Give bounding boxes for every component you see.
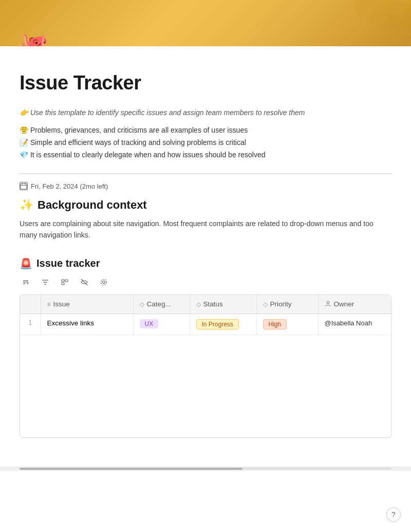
sort-button[interactable] bbox=[20, 277, 32, 287]
owner-col-icon bbox=[325, 300, 331, 308]
table-row: 1 Excessive links UX In Progress High @I… bbox=[20, 314, 391, 335]
bullet-item-2: 📝 Simple and efficient ways of tracking … bbox=[20, 138, 391, 146]
col-issue[interactable]: ≡ Issue bbox=[41, 295, 133, 314]
priority-col-icon: ◇ bbox=[263, 301, 268, 308]
settings-button[interactable] bbox=[98, 277, 110, 287]
hide-button[interactable] bbox=[78, 277, 90, 287]
date-row: Fri, Feb 2, 2024 (2mo left) bbox=[20, 182, 391, 190]
tracker-heading-text: Issue tracker bbox=[36, 258, 100, 269]
table-header-row: ≡ Issue ◇ Categ... ◇ bbox=[20, 295, 391, 314]
col-priority-label: Priority bbox=[270, 300, 292, 308]
row-status[interactable]: In Progress bbox=[190, 314, 256, 335]
row-category[interactable]: UX bbox=[133, 314, 190, 335]
scrollbar-track bbox=[20, 468, 391, 470]
divider bbox=[20, 173, 391, 174]
owner-name: @Isabella Noah bbox=[325, 319, 372, 327]
date-label: Fri, Feb 2, 2024 (2mo left) bbox=[31, 182, 108, 190]
background-description: Users are complaining about site navigat… bbox=[20, 218, 391, 241]
empty-cell bbox=[20, 335, 391, 437]
row-priority[interactable]: High bbox=[256, 314, 318, 335]
scrollbar-thumb bbox=[20, 468, 242, 470]
background-heading: ✨ Background context bbox=[20, 198, 391, 212]
svg-line-16 bbox=[81, 279, 87, 285]
col-category[interactable]: ◇ Categ... bbox=[133, 295, 190, 314]
svg-point-18 bbox=[101, 279, 107, 285]
tracker-heading: 🚨 Issue tracker bbox=[20, 258, 391, 270]
issues-table-wrapper: ≡ Issue ◇ Categ... ◇ bbox=[20, 295, 391, 438]
row-num: 1 bbox=[20, 314, 41, 335]
bullet-list: 😤 Problems, grievances, and criticisms a… bbox=[20, 126, 391, 159]
table-toolbar bbox=[20, 275, 391, 289]
group-button[interactable] bbox=[59, 277, 71, 287]
app-icon: 🐙 bbox=[20, 31, 50, 46]
page-title: Issue Tracker bbox=[20, 72, 391, 94]
header-banner: 🐙 bbox=[0, 0, 411, 46]
category-tag: UX bbox=[140, 319, 159, 328]
filter-button[interactable] bbox=[39, 277, 51, 287]
content-area: Issue Tracker 👉 Use this template to ide… bbox=[0, 46, 411, 467]
bullet-item-3: 💎 It is essential to clearly delegate wh… bbox=[20, 151, 391, 159]
svg-point-17 bbox=[103, 281, 105, 283]
tracker-icon: 🚨 bbox=[20, 258, 32, 270]
col-owner[interactable]: Owner bbox=[318, 295, 391, 314]
background-heading-text: Background context bbox=[38, 198, 147, 212]
cat-col-icon: ◇ bbox=[140, 301, 144, 308]
row-owner[interactable]: @Isabella Noah bbox=[318, 314, 391, 335]
issue-tracker-section: 🚨 Issue tracker bbox=[20, 258, 391, 438]
bullet-item-1: 😤 Problems, grievances, and criticisms a… bbox=[20, 126, 391, 134]
intro-text: 👉 Use this template to identify specific… bbox=[20, 108, 391, 117]
background-icon: ✨ bbox=[20, 198, 33, 212]
col-category-label: Categ... bbox=[147, 300, 171, 308]
col-owner-label: Owner bbox=[334, 300, 354, 308]
col-issue-label: Issue bbox=[53, 300, 70, 308]
svg-rect-15 bbox=[62, 283, 64, 285]
empty-row bbox=[20, 335, 391, 437]
scrollbar[interactable] bbox=[0, 467, 411, 471]
col-status-label: Status bbox=[203, 300, 223, 308]
calendar-icon bbox=[20, 182, 28, 190]
help-button[interactable]: ? bbox=[386, 507, 401, 522]
col-status[interactable]: ◇ Status bbox=[190, 295, 256, 314]
issue-col-icon: ≡ bbox=[47, 301, 51, 308]
status-col-icon: ◇ bbox=[196, 301, 201, 308]
issues-table: ≡ Issue ◇ Categ... ◇ bbox=[20, 295, 391, 438]
svg-point-19 bbox=[327, 301, 329, 304]
row-issue[interactable]: Excessive links bbox=[41, 314, 133, 335]
background-section: ✨ Background context Users are complaini… bbox=[20, 198, 391, 241]
col-priority[interactable]: ◇ Priority bbox=[256, 295, 318, 314]
priority-badge: High bbox=[263, 319, 287, 329]
status-badge: In Progress bbox=[196, 319, 239, 329]
col-num bbox=[20, 295, 41, 314]
svg-rect-13 bbox=[62, 280, 64, 282]
svg-rect-14 bbox=[65, 280, 68, 282]
svg-rect-3 bbox=[21, 184, 27, 189]
